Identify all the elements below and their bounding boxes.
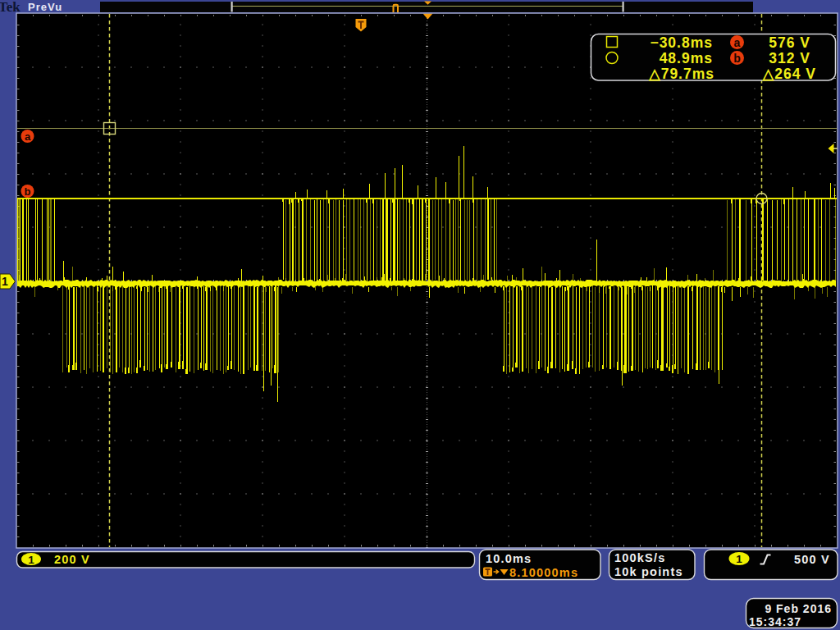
svg-text:−30.8ms: −30.8ms: [650, 34, 713, 51]
svg-text:△264 V: △264 V: [762, 66, 816, 82]
svg-text:312 V: 312 V: [769, 50, 810, 66]
svg-text:48.9ms: 48.9ms: [660, 50, 713, 66]
svg-text:8.10000ms: 8.10000ms: [509, 566, 578, 579]
svg-text:b: b: [733, 52, 741, 65]
svg-text:1: 1: [736, 553, 742, 565]
svg-text:1: 1: [28, 554, 34, 566]
svg-text:100kS/s: 100kS/s: [614, 551, 665, 564]
svg-text:PreVu: PreVu: [28, 1, 62, 13]
svg-text:9 Feb 2016: 9 Feb 2016: [765, 602, 832, 615]
svg-text:a: a: [734, 36, 741, 49]
svg-text:10k points: 10k points: [614, 565, 683, 578]
svg-text:15:34:37: 15:34:37: [749, 615, 801, 628]
svg-text:1: 1: [2, 275, 8, 288]
svg-text:△79.7ms: △79.7ms: [648, 66, 714, 82]
svg-text:10.0ms: 10.0ms: [486, 552, 532, 565]
svg-text:b: b: [25, 185, 31, 198]
svg-text:200 V: 200 V: [54, 553, 90, 566]
svg-text:500 V: 500 V: [794, 553, 830, 566]
svg-text:576 V: 576 V: [769, 34, 810, 51]
svg-text:a: a: [25, 130, 31, 143]
